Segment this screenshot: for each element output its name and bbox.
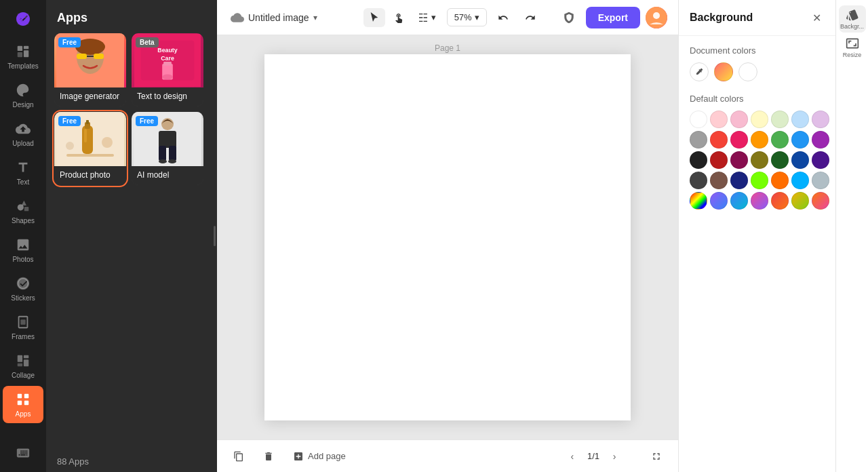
- background-mini-tool[interactable]: Backgr...: [839, 5, 866, 33]
- text-icon: [15, 159, 31, 176]
- color-light-rose[interactable]: [730, 111, 748, 128]
- svg-point-44: [168, 159, 176, 163]
- collage-label: Collage: [12, 372, 35, 379]
- layout-tool-button[interactable]: ▾: [412, 8, 441, 27]
- color-grad-red-orange[interactable]: [771, 192, 789, 210]
- sidebar-item-collage[interactable]: Collage: [3, 347, 43, 385]
- zoom-control[interactable]: 57% ▾: [447, 8, 487, 26]
- delete-page-button[interactable]: [258, 447, 279, 466]
- color-light-purple[interactable]: [812, 111, 829, 128]
- add-page-label: Add page: [308, 451, 346, 461]
- color-lime[interactable]: [751, 172, 768, 189]
- color-blue-gray[interactable]: [812, 172, 829, 189]
- apps-panel: Apps Free Im: [46, 0, 212, 472]
- color-light-blue-acc[interactable]: [791, 172, 809, 189]
- export-button[interactable]: Export: [586, 7, 640, 28]
- app-card-img-text-to-design: Beauty Care Beta: [132, 33, 203, 87]
- color-dark-purple[interactable]: [812, 151, 829, 169]
- undo-button[interactable]: [492, 8, 514, 27]
- color-grad-pink-purple[interactable]: [751, 192, 768, 210]
- sidebar-item-keyboard[interactable]: [3, 439, 43, 467]
- color-light-blue[interactable]: [791, 111, 809, 128]
- hand-tool-button[interactable]: [388, 8, 410, 27]
- color-light-yellow[interactable]: [751, 111, 768, 128]
- color-near-black[interactable]: [690, 151, 707, 169]
- sidebar-item-upload[interactable]: Upload: [3, 115, 43, 153]
- sidebar-item-design[interactable]: Design: [3, 77, 43, 114]
- resize-tool-label: Resize: [843, 52, 862, 58]
- color-white[interactable]: [690, 111, 707, 128]
- color-dark-red[interactable]: [710, 151, 728, 169]
- color-grad-blue-cyan[interactable]: [730, 192, 748, 210]
- color-blue[interactable]: [791, 131, 809, 149]
- color-red[interactable]: [710, 131, 728, 149]
- svg-rect-14: [24, 394, 28, 398]
- add-page-icon: [293, 451, 304, 462]
- logo-button[interactable]: ✕: [3, 5, 43, 33]
- duplicate-page-button[interactable]: [228, 447, 250, 466]
- prev-page-button[interactable]: ‹: [563, 447, 582, 466]
- color-navy[interactable]: [730, 172, 748, 189]
- color-charcoal[interactable]: [690, 172, 707, 189]
- resize-handle[interactable]: [212, 0, 217, 472]
- color-orange[interactable]: [751, 131, 768, 149]
- svg-rect-2: [24, 46, 28, 50]
- color-dark-green[interactable]: [771, 151, 789, 169]
- color-light-pink[interactable]: [710, 111, 728, 128]
- app-card-product-photo[interactable]: Free Product photo: [54, 112, 126, 185]
- color-brown[interactable]: [710, 172, 728, 189]
- resize-mini-tool[interactable]: Resize: [839, 34, 866, 61]
- apps-label: Apps: [16, 410, 31, 418]
- color-pink[interactable]: [730, 131, 748, 149]
- sidebar-item-frames[interactable]: Frames: [3, 309, 43, 346]
- fit-button[interactable]: [646, 447, 667, 466]
- app-card-image-generator[interactable]: Free Image generator: [54, 33, 126, 106]
- stickers-label: Stickers: [11, 294, 35, 302]
- color-dark-blue[interactable]: [791, 151, 809, 169]
- user-avatar[interactable]: [646, 7, 667, 28]
- background-tool-icon: [846, 8, 859, 22]
- bottom-bar: Add page ‹ 1/1 ›: [217, 439, 678, 472]
- fit-icon: [651, 451, 662, 462]
- sidebar-item-text[interactable]: Text: [3, 154, 43, 191]
- color-grad-yellow-green[interactable]: [791, 192, 809, 210]
- app-card-text-to-design[interactable]: Beauty Care Beta Text to design: [132, 33, 203, 106]
- shield-button[interactable]: [557, 7, 580, 28]
- bg-panel-close-button[interactable]: ✕: [808, 9, 825, 26]
- color-grad-purple-blue[interactable]: [710, 192, 728, 210]
- svg-rect-21: [94, 54, 104, 59]
- doc-color-gradient[interactable]: [714, 62, 733, 81]
- hand-icon: [393, 12, 404, 23]
- stickers-icon: [15, 275, 31, 292]
- arrow-select-icon: [369, 12, 380, 23]
- color-grad-orange-pink[interactable]: [812, 192, 829, 210]
- canvas-page[interactable]: [264, 54, 631, 420]
- upload-icon: [15, 121, 31, 137]
- sidebar-item-templates[interactable]: Templates: [3, 38, 43, 75]
- color-light-green[interactable]: [771, 111, 789, 128]
- color-dark-pink[interactable]: [730, 151, 748, 169]
- eyedropper-button[interactable]: [690, 62, 709, 81]
- color-row-1: [690, 111, 825, 128]
- color-gray[interactable]: [690, 131, 707, 149]
- sidebar-item-stickers[interactable]: Stickers: [3, 270, 43, 307]
- color-dark-yellow[interactable]: [751, 151, 768, 169]
- sidebar-item-apps[interactable]: Apps: [3, 386, 43, 423]
- photos-icon: [15, 237, 31, 253]
- select-tool-button[interactable]: [363, 8, 385, 27]
- redo-button[interactable]: [519, 8, 541, 27]
- canvas-area[interactable]: Page 1: [217, 35, 678, 439]
- resize-tool-icon: [846, 37, 859, 50]
- svg-rect-1: [18, 46, 22, 51]
- color-deep-orange[interactable]: [771, 172, 789, 189]
- doc-color-white[interactable]: [738, 62, 757, 81]
- badge-free-image-gen: Free: [58, 37, 81, 47]
- sidebar-item-shapes[interactable]: Shapes: [3, 193, 43, 230]
- color-green[interactable]: [771, 131, 789, 149]
- sidebar-item-photos[interactable]: Photos: [3, 231, 43, 269]
- app-card-ai-model[interactable]: Free AI model: [132, 112, 203, 185]
- next-page-button[interactable]: ›: [605, 447, 624, 466]
- add-page-button[interactable]: Add page: [288, 447, 351, 466]
- color-purple[interactable]: [812, 131, 829, 149]
- color-grad-rainbow[interactable]: [690, 192, 707, 210]
